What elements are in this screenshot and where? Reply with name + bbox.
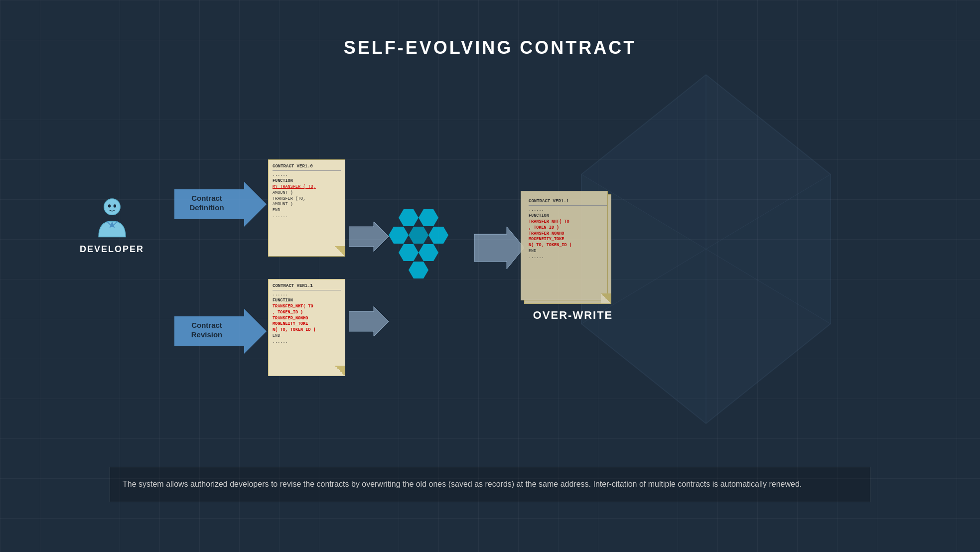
description-text: The system allows authorized developers … xyxy=(110,467,870,502)
svg-marker-21 xyxy=(409,227,428,244)
arrow-definition: Contract Definition xyxy=(174,182,267,229)
overwrite-label: OVER-WRITE xyxy=(523,309,623,322)
svg-marker-20 xyxy=(389,227,409,244)
contract-doc-v11: CONTRACT VER1.1 ...... FUNCTION TRANSFER… xyxy=(268,279,345,376)
svg-marker-22 xyxy=(428,227,448,244)
hex-logo xyxy=(379,199,468,289)
developer-icon xyxy=(90,194,135,239)
svg-marker-19 xyxy=(419,209,438,226)
svg-point-8 xyxy=(108,204,110,207)
svg-marker-17 xyxy=(349,306,389,336)
svg-text:Revision: Revision xyxy=(191,330,223,339)
svg-point-7 xyxy=(104,199,120,215)
svg-text:Definition: Definition xyxy=(189,203,224,212)
svg-marker-18 xyxy=(399,209,419,226)
developer-label: DEVELOPER xyxy=(80,244,144,255)
svg-marker-23 xyxy=(399,244,419,261)
svg-marker-25 xyxy=(409,262,428,278)
contract-doc-overwrite: CONTRACT VER1.1 ...... FUNCTION TRANSFER… xyxy=(524,194,611,304)
svg-marker-24 xyxy=(419,244,438,261)
svg-text:Contract: Contract xyxy=(191,321,222,329)
flow-arrow-3 xyxy=(474,227,524,271)
arrow-revision: Contract Revision xyxy=(174,309,267,356)
developer-section: DEVELOPER xyxy=(80,194,144,255)
svg-marker-26 xyxy=(474,227,524,269)
page-title: SELF-EVOLVING CONTRACT xyxy=(344,37,636,58)
flow-arrow-2 xyxy=(349,306,389,338)
svg-point-9 xyxy=(113,204,116,207)
contract-doc-v1: CONTRACT VER1.0 ...... FUNCTION MY_TRANS… xyxy=(268,159,345,257)
svg-text:Contract: Contract xyxy=(191,194,222,202)
